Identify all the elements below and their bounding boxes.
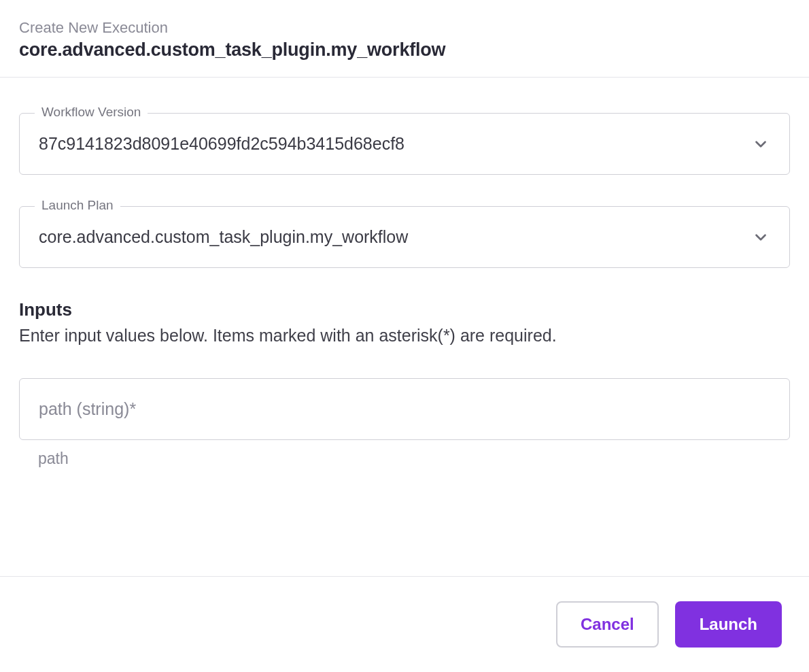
path-helper-text: path xyxy=(19,450,790,468)
path-input-wrapper xyxy=(19,378,790,440)
inputs-heading: Inputs xyxy=(19,299,790,320)
launch-plan-value: core.advanced.custom_task_plugin.my_work… xyxy=(39,227,751,247)
dialog-footer: Cancel Launch xyxy=(0,576,809,672)
workflow-version-select[interactable]: Workflow Version 87c9141823d8091e40699fd… xyxy=(19,113,790,175)
path-input[interactable] xyxy=(39,399,770,419)
header-subtitle: Create New Execution xyxy=(19,19,790,37)
workflow-version-label: Workflow Version xyxy=(35,105,148,120)
header-title: core.advanced.custom_task_plugin.my_work… xyxy=(19,39,790,61)
chevron-down-icon xyxy=(751,228,770,247)
launch-plan-select[interactable]: Launch Plan core.advanced.custom_task_pl… xyxy=(19,206,790,268)
cancel-button[interactable]: Cancel xyxy=(556,601,659,648)
inputs-description: Enter input values below. Items marked w… xyxy=(19,326,790,346)
launch-plan-label: Launch Plan xyxy=(35,198,120,213)
launch-button[interactable]: Launch xyxy=(675,601,782,648)
workflow-version-value: 87c9141823d8091e40699fd2c594b3415d68ecf8 xyxy=(39,134,751,154)
dialog-content: Workflow Version 87c9141823d8091e40699fd… xyxy=(0,78,809,487)
chevron-down-icon xyxy=(751,135,770,154)
dialog-header: Create New Execution core.advanced.custo… xyxy=(0,0,809,78)
